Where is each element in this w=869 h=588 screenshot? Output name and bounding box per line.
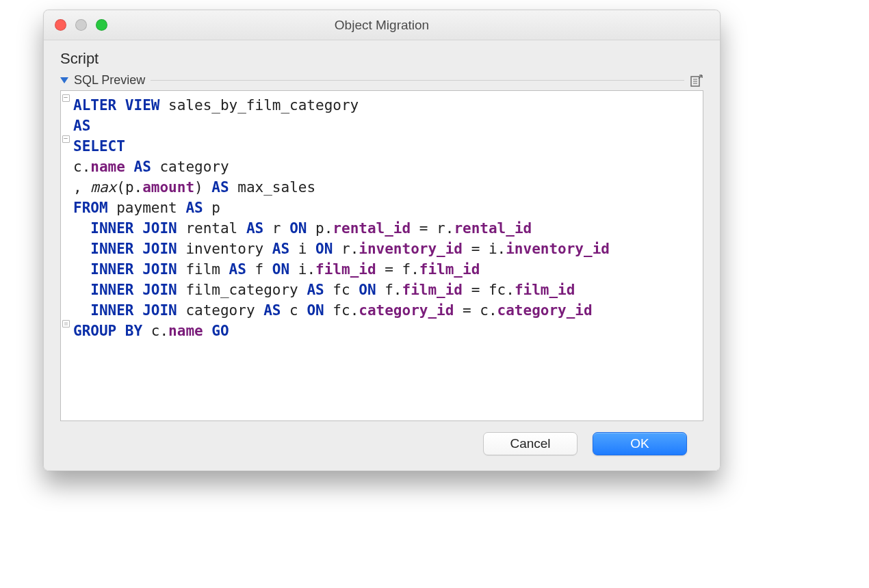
- sql-token: AS: [185, 200, 203, 216]
- sql-token: = r.: [411, 220, 454, 237]
- sql-token: ALTER VIEW: [73, 97, 159, 113]
- fold-marker-icon[interactable]: [62, 135, 69, 142]
- sql-token: category: [151, 159, 229, 175]
- window-title: Object Migration: [44, 18, 720, 33]
- sql-token: ON: [289, 220, 307, 237]
- sql-token: = f.: [376, 261, 419, 278]
- sql-token: name: [168, 323, 203, 339]
- window-controls: [55, 19, 107, 31]
- preview-header: SQL Preview: [60, 73, 703, 88]
- sql-token: p: [203, 200, 220, 216]
- sql-token: payment: [108, 200, 186, 216]
- sql-token: GROUP BY: [73, 323, 142, 339]
- minimize-window-icon[interactable]: [75, 19, 87, 31]
- sql-token: AS: [125, 159, 151, 175]
- preview-label: SQL Preview: [74, 73, 145, 88]
- sql-token: = fc.: [463, 282, 515, 298]
- sql-token: sales_by_film_category: [159, 97, 359, 113]
- sql-token: film_id: [419, 261, 480, 278]
- sql-token: ,: [73, 179, 90, 196]
- sql-token: INNER JOIN: [90, 261, 177, 278]
- sql-token: i: [289, 241, 315, 257]
- object-migration-dialog: Object Migration Script SQL Preview: [43, 10, 721, 471]
- sql-token: AS: [203, 179, 229, 196]
- sql-token: INNER JOIN: [90, 241, 177, 257]
- sql-token: r: [263, 220, 289, 237]
- sql-token: c.: [142, 323, 168, 339]
- sql-token: (p.: [116, 179, 142, 196]
- sql-token: c.: [73, 159, 90, 175]
- sql-token: fc.: [324, 302, 359, 319]
- sql-token: ON: [307, 302, 324, 319]
- cancel-button[interactable]: Cancel: [483, 432, 578, 455]
- sql-token: AS: [73, 118, 90, 134]
- edit-external-icon[interactable]: [690, 74, 703, 88]
- sql-token: film_id: [315, 261, 376, 278]
- sql-token: r.: [333, 241, 359, 257]
- titlebar: Object Migration: [44, 10, 720, 40]
- sql-editor[interactable]: ALTER VIEW sales_by_film_category AS SEL…: [60, 90, 703, 421]
- sql-token: ON: [359, 282, 376, 298]
- sql-token: amount: [142, 179, 194, 196]
- sql-token: = c.: [454, 302, 497, 319]
- sql-token: GO: [211, 323, 229, 339]
- fold-marker-icon[interactable]: [62, 94, 69, 101]
- separator: [151, 80, 684, 81]
- sql-token: category: [177, 302, 263, 319]
- sql-token: f: [246, 261, 272, 278]
- sql-token: inventory_id: [359, 241, 463, 257]
- sql-token: film_id: [402, 282, 463, 298]
- sql-token: film: [177, 261, 229, 278]
- ok-button[interactable]: OK: [593, 432, 687, 455]
- sql-token: AS: [229, 261, 246, 278]
- sql-token: AS: [246, 220, 263, 237]
- sql-token: AS: [307, 282, 324, 298]
- sql-token: [203, 323, 212, 339]
- sql-token: INNER JOIN: [90, 302, 177, 319]
- sql-token: category_id: [497, 302, 593, 319]
- sql-token: inventory_id: [506, 241, 610, 257]
- zoom-window-icon[interactable]: [96, 19, 107, 31]
- sql-token: name: [90, 159, 125, 175]
- disclosure-triangle-icon[interactable]: [60, 77, 68, 83]
- sql-token: f.: [376, 282, 402, 298]
- sql-token: max_sales: [229, 179, 315, 196]
- sql-token: film_id: [515, 282, 575, 298]
- sql-token: c: [281, 302, 307, 319]
- sql-token: fc: [324, 282, 359, 298]
- sql-token: inventory: [177, 241, 272, 257]
- sql-token: rental: [177, 220, 246, 237]
- dialog-buttons: Cancel OK: [60, 421, 703, 470]
- close-window-icon[interactable]: [55, 19, 66, 31]
- sql-token: INNER JOIN: [90, 282, 177, 298]
- sql-token: rental_id: [333, 220, 411, 237]
- sql-token: = i.: [463, 241, 506, 257]
- section-heading: Script: [60, 46, 703, 73]
- sql-token: INNER JOIN: [90, 220, 177, 237]
- sql-token: ON: [272, 261, 289, 278]
- dialog-content: Script SQL Preview ALTER VIEW: [44, 40, 720, 470]
- fold-marker-icon[interactable]: [62, 320, 69, 327]
- sql-token: SELECT: [73, 138, 125, 155]
- sql-code[interactable]: ALTER VIEW sales_by_film_category AS SEL…: [70, 91, 703, 420]
- sql-token: rental_id: [454, 220, 532, 237]
- sql-token: ON: [315, 241, 333, 257]
- sql-token: AS: [272, 241, 289, 257]
- sql-token: p.: [307, 220, 333, 237]
- sql-token: max: [90, 179, 116, 196]
- fold-gutter: [61, 91, 70, 420]
- sql-token: ): [194, 179, 203, 196]
- sql-token: category_id: [359, 302, 454, 319]
- sql-token: i.: [289, 261, 315, 278]
- sql-token: AS: [263, 302, 281, 319]
- sql-token: FROM: [73, 200, 108, 216]
- sql-token: film_category: [177, 282, 307, 298]
